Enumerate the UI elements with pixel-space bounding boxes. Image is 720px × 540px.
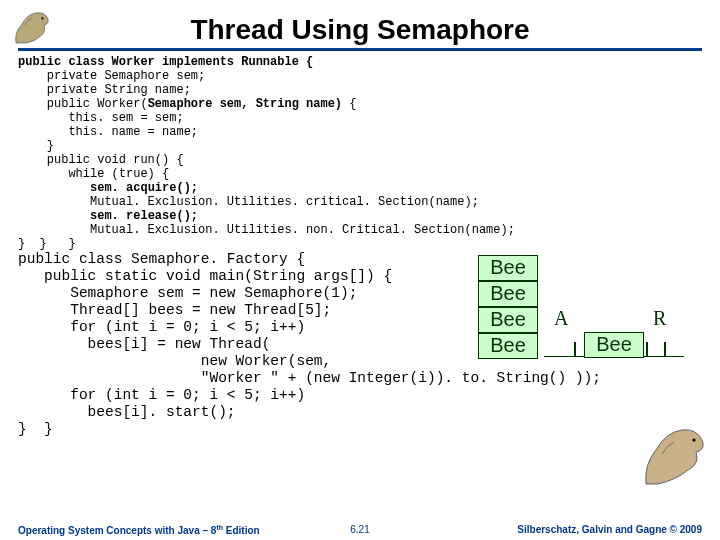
- queue-tick-1: [574, 342, 576, 356]
- queue-tick-3: [664, 342, 666, 356]
- label-r: R: [653, 307, 666, 330]
- slide-title: Thread Using Semaphore: [18, 14, 702, 46]
- svg-point-1: [692, 438, 695, 441]
- bee-box-2: Bee: [478, 281, 538, 307]
- title-underline: [18, 48, 702, 51]
- bee-box-1: Bee: [478, 255, 538, 281]
- dino-left-icon: [8, 6, 54, 50]
- bee-box-3: Bee: [478, 307, 538, 333]
- bee-box-queue: Bee: [584, 332, 644, 358]
- footer-right: Silberschatz, Galvin and Gagne © 2009: [517, 524, 702, 535]
- dino-right-icon: [640, 420, 710, 490]
- svg-point-0: [41, 17, 43, 19]
- queue-tick-2: [646, 342, 648, 356]
- bee-box-4: Bee: [478, 333, 538, 359]
- label-a: A: [554, 307, 568, 330]
- code-block-worker: public class Worker implements Runnable …: [18, 55, 702, 251]
